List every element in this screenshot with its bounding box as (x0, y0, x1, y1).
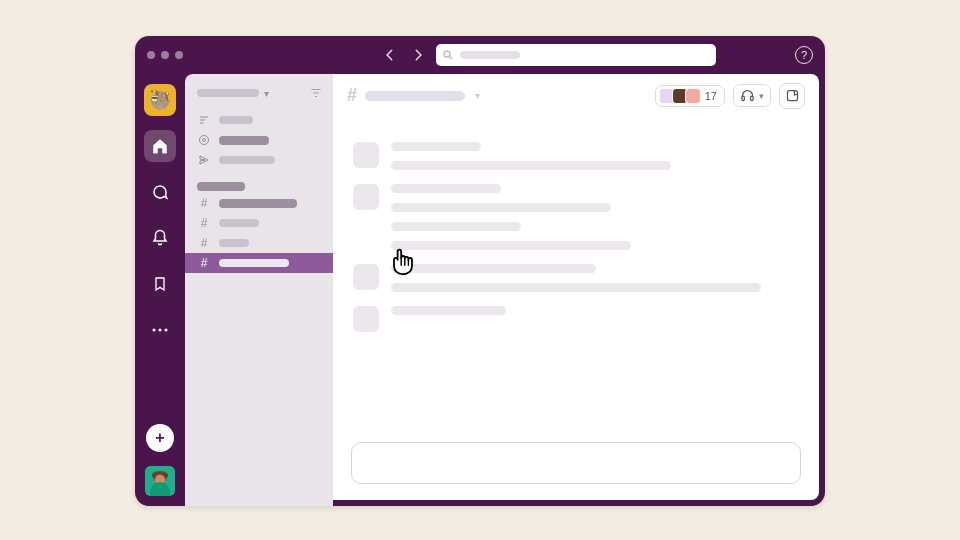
channel-label-skeleton (219, 219, 259, 227)
svg-point-3 (165, 329, 168, 332)
channel-label-skeleton (219, 199, 297, 208)
help-icon: ? (801, 49, 807, 61)
channel-item-1[interactable]: # (185, 193, 333, 213)
window-max-dot[interactable] (175, 51, 183, 59)
sidebar-nav-mentions[interactable] (185, 130, 333, 150)
search-placeholder-skeleton (460, 51, 520, 59)
sidebar-nav-threads[interactable] (185, 110, 333, 130)
forward-arrow-icon (411, 48, 425, 62)
canvas-button[interactable] (779, 83, 805, 109)
workspace-switcher[interactable]: 🦥 (144, 84, 176, 116)
window-close-dot[interactable] (147, 51, 155, 59)
chevron-down-icon: ▾ (264, 88, 269, 99)
text-skeleton (391, 283, 761, 292)
message-list[interactable] (333, 118, 819, 442)
more-icon (151, 327, 169, 333)
help-button[interactable]: ? (795, 46, 813, 64)
mentions-icon (197, 134, 211, 146)
message-body (391, 142, 797, 170)
svg-point-0 (444, 51, 450, 57)
message-item[interactable] (353, 184, 797, 250)
text-skeleton (391, 142, 481, 151)
channel-name-skeleton[interactable] (365, 91, 465, 101)
rail-activity[interactable] (144, 222, 176, 254)
sidebar-nav-drafts[interactable] (185, 150, 333, 170)
text-skeleton (391, 264, 596, 273)
text-skeleton (391, 306, 506, 315)
members-button[interactable]: 17 (655, 85, 725, 107)
message-composer[interactable] (351, 442, 801, 484)
message-avatar[interactable] (353, 142, 379, 168)
member-avatar (685, 88, 701, 104)
message-body (391, 306, 797, 332)
text-skeleton (391, 161, 671, 170)
svg-point-1 (153, 329, 156, 332)
window-controls[interactable] (147, 51, 183, 59)
message-item[interactable] (353, 142, 797, 170)
svg-point-7 (200, 136, 209, 145)
workspace-header[interactable]: ▾ (185, 82, 333, 110)
text-skeleton (391, 184, 501, 193)
app-window: ? 🦥 + (135, 36, 825, 506)
channel-hash-icon: # (347, 85, 357, 106)
chevron-down-icon: ▾ (759, 91, 764, 101)
hash-icon: # (197, 216, 211, 230)
message-avatar[interactable] (353, 184, 379, 210)
message-item[interactable] (353, 306, 797, 332)
hash-icon: # (197, 236, 211, 250)
app-body: 🦥 + (135, 74, 825, 506)
create-button[interactable]: + (146, 424, 174, 452)
message-avatar[interactable] (353, 306, 379, 332)
text-skeleton (391, 241, 631, 250)
sidebar-label-skeleton (219, 156, 275, 164)
canvas-icon (785, 88, 800, 103)
chat-icon (151, 183, 169, 201)
rail-dms[interactable] (144, 176, 176, 208)
channel-item-2[interactable]: # (185, 213, 333, 233)
titlebar: ? (135, 36, 825, 74)
composer-region (333, 442, 819, 500)
plus-icon: + (155, 429, 164, 447)
user-avatar[interactable] (145, 466, 175, 496)
text-skeleton (391, 203, 611, 212)
window-min-dot[interactable] (161, 51, 169, 59)
workspace-rail: 🦥 + (135, 74, 185, 506)
headphones-icon (740, 88, 755, 103)
channel-item-4[interactable]: # (185, 253, 333, 273)
text-skeleton (391, 222, 521, 231)
message-body (391, 184, 797, 250)
svg-point-8 (203, 139, 206, 142)
channel-item-3[interactable]: # (185, 233, 333, 253)
channel-label-skeleton (219, 259, 289, 267)
forward-button[interactable] (408, 45, 428, 65)
home-icon (151, 137, 169, 155)
hash-icon: # (197, 196, 211, 210)
section-label-skeleton (197, 182, 245, 191)
back-arrow-icon (383, 48, 397, 62)
message-avatar[interactable] (353, 264, 379, 290)
search-icon (442, 49, 454, 61)
hash-icon: # (197, 256, 211, 270)
bell-icon (151, 229, 169, 247)
rail-saved[interactable] (144, 268, 176, 300)
sidebar-label-skeleton (219, 136, 269, 145)
rail-more[interactable] (144, 314, 176, 346)
rail-home[interactable] (144, 130, 176, 162)
svg-rect-11 (787, 91, 797, 101)
bookmark-icon (152, 275, 168, 293)
huddle-button[interactable]: ▾ (733, 84, 771, 107)
channel-sidebar: ▾ (185, 74, 333, 506)
channels-section-header[interactable] (185, 180, 333, 193)
message-body (391, 264, 797, 292)
search-box[interactable] (436, 44, 716, 66)
main-panel: # ▾ 17 ▾ (333, 74, 819, 500)
message-item[interactable] (353, 264, 797, 292)
threads-icon (197, 114, 211, 126)
back-button[interactable] (380, 45, 400, 65)
workspace-icon: 🦥 (149, 89, 171, 111)
member-count: 17 (705, 90, 717, 102)
filter-icon[interactable] (309, 86, 323, 100)
sidebar-label-skeleton (219, 116, 253, 124)
chevron-down-icon[interactable]: ▾ (475, 90, 480, 101)
svg-point-2 (159, 329, 162, 332)
